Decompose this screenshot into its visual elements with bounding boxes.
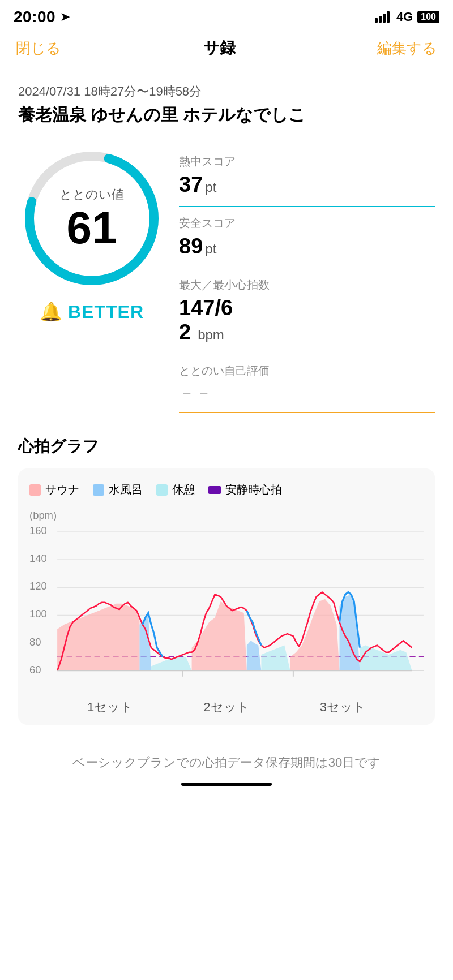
- nav-title: サ録: [203, 37, 236, 59]
- svg-text:100: 100: [29, 608, 47, 620]
- safety-score-value: 89pt: [179, 234, 435, 259]
- footer: ベーシックプランでの心拍データ保存期間は30日です: [0, 738, 453, 806]
- self-eval-stat: ととのい自己評価 －－: [179, 354, 435, 413]
- water-label: 水風呂: [109, 482, 143, 497]
- graph-title: 心拍グラフ: [18, 436, 453, 457]
- legend-resting-hr: 安静時心拍: [208, 482, 282, 497]
- close-button[interactable]: 閉じる: [16, 38, 61, 58]
- signal-icon: [375, 11, 390, 23]
- heart-rate-value2: 2: [179, 320, 191, 345]
- legend-rest: 休憩: [156, 482, 195, 497]
- svg-marker-20: [247, 641, 262, 670]
- water-color: [93, 484, 104, 496]
- resting-hr-color: [208, 486, 221, 494]
- battery-indicator: 100: [417, 11, 439, 23]
- heat-score-value: 37pt: [179, 173, 435, 197]
- graph-section: 心拍グラフ サウナ 水風呂 休憩 安静時心拍: [0, 436, 453, 725]
- status-time: 20:00: [14, 8, 55, 26]
- rest-label: 休憩: [172, 482, 195, 497]
- circle-chart: ととのい値 61: [18, 145, 165, 292]
- rating-badge: 🔔 BETTER: [40, 301, 144, 323]
- chart-svg: (bpm) 160 140 120 100 80 60: [29, 509, 424, 694]
- resting-hr-label: 安静時心拍: [225, 482, 282, 497]
- svg-text:120: 120: [29, 580, 47, 592]
- main-content: 2024/07/31 18時27分〜19時58分 養老温泉 ゆせんの里 ホテルな…: [0, 67, 453, 413]
- self-eval-label: ととのい自己評価: [179, 363, 435, 379]
- svg-marker-24: [360, 646, 412, 671]
- sauna-color: [29, 484, 41, 496]
- svg-marker-16: [57, 604, 139, 671]
- svg-text:60: 60: [29, 664, 41, 676]
- footer-text: ベーシックプランでの心拍データ保存期間は30日です: [11, 754, 442, 771]
- circle-label: ととのい値: [59, 186, 124, 203]
- status-icons: 4G 100: [375, 10, 439, 24]
- svg-text:(bpm): (bpm): [29, 509, 57, 521]
- network-type: 4G: [396, 10, 413, 24]
- heart-rate-label: 最大／最小心拍数: [179, 277, 435, 293]
- heart-rate-stat: 最大／最小心拍数 147/6 2 bpm: [179, 268, 435, 354]
- graph-legend: サウナ 水風呂 休憩 安静時心拍: [29, 482, 424, 497]
- svg-text:140: 140: [29, 552, 47, 564]
- set1-label: 1セット: [87, 699, 133, 716]
- set2-label: 2セット: [203, 699, 249, 716]
- heart-rate-unit: bpm: [198, 327, 224, 343]
- session-datetime: 2024/07/31 18時27分〜19時58分: [18, 83, 435, 100]
- home-indicator: [181, 783, 272, 786]
- nav-bar: 閉じる サ録 編集する: [0, 32, 453, 67]
- svg-marker-22: [290, 599, 340, 671]
- circle-value: 61: [59, 205, 124, 251]
- rating-label: BETTER: [68, 302, 144, 323]
- set3-label: 3セット: [320, 699, 366, 716]
- safety-score-stat: 安全スコア 89pt: [179, 207, 435, 268]
- set-labels: 1セット 2セット 3セット: [29, 699, 424, 716]
- svg-text:80: 80: [29, 636, 41, 648]
- graph-card: サウナ 水風呂 休憩 安静時心拍 (bpm): [18, 468, 435, 725]
- safety-score-label: 安全スコア: [179, 216, 435, 231]
- totonoival-circle: ととのい値 61 🔔 BETTER: [18, 145, 165, 323]
- heart-rate-chart: (bpm) 160 140 120 100 80 60: [29, 509, 424, 716]
- heat-score-label: 熱中スコア: [179, 154, 435, 169]
- right-stats: 熱中スコア 37pt 安全スコア 89pt 最大／最小心拍数 147/6 2 b…: [179, 145, 435, 413]
- bell-icon: 🔔: [40, 301, 62, 323]
- status-bar: 20:00 ➤ 4G 100: [0, 0, 453, 32]
- circle-inner: ととのい値 61: [59, 186, 124, 251]
- svg-marker-21: [261, 646, 290, 671]
- legend-water: 水風呂: [93, 482, 143, 497]
- svg-text:160: 160: [29, 525, 47, 536]
- sauna-label: サウナ: [45, 482, 79, 497]
- session-location: 養老温泉 ゆせんの里 ホテルなでしこ: [18, 104, 435, 127]
- stats-area: ととのい値 61 🔔 BETTER 熱中スコア 37pt 安全スコア 89pt: [18, 145, 435, 413]
- heat-score-stat: 熱中スコア 37pt: [179, 145, 435, 207]
- location-arrow-icon: ➤: [60, 10, 70, 24]
- heart-rate-value: 147/6: [179, 296, 435, 320]
- rest-color: [156, 484, 168, 496]
- edit-button[interactable]: 編集する: [377, 38, 437, 58]
- self-eval-value: －－: [179, 382, 435, 403]
- legend-sauna: サウナ: [29, 482, 79, 497]
